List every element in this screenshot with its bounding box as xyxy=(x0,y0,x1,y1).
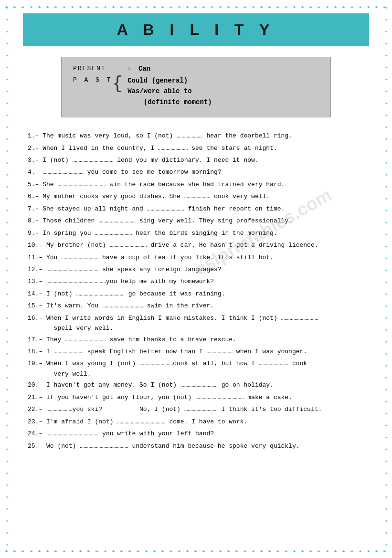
exercise-13: 13.– …………………………………………you help me with my… xyxy=(28,276,364,286)
exercise-19: 19.– When I was young I (not) ………………………c… xyxy=(28,358,364,379)
title-banner: A B I L I T Y xyxy=(23,13,369,46)
exercise-3: 3.– I (not) …………………………… lend you my dict… xyxy=(28,155,364,165)
exercise-20: 20.– I haven't got any money. So I (not)… xyxy=(28,380,364,390)
present-separator: : xyxy=(116,65,135,72)
exercise-15: 15.– It's warm. You …………………………… swim in … xyxy=(28,301,364,311)
border-bottom: ❧ ❧ ❧ ❧ ❧ ❧ ❧ ❧ ❧ ❧ ❧ ❧ ❧ ❧ ❧ ❧ ❧ ❧ ❧ ❧ … xyxy=(5,548,387,554)
exercise-18: 18.– I …………………… speak English better now… xyxy=(28,347,364,357)
border-top: ❧ ❧ ❧ ❧ ❧ ❧ ❧ ❧ ❧ ❧ ❧ ❧ ❧ ❧ ❧ ❧ ❧ ❧ ❧ ❧ … xyxy=(5,4,387,10)
grammar-past-items: Could (general) Was/were able to (defini… xyxy=(127,75,212,107)
exercise-7: 7.– She stayed up all night and ……………………… xyxy=(28,204,364,214)
past-item-2: Was/were able to xyxy=(127,86,212,96)
exercise-22: 22.– …………………you ski? No, I (not) …………………… xyxy=(28,404,364,414)
grammar-present-row: PRESENT : Can xyxy=(73,65,319,73)
present-value: Can xyxy=(138,65,150,73)
exercise-1: 1.– The music was very loud, so I (not) … xyxy=(28,131,364,141)
exercise-16: 16.– When I write words in English I mak… xyxy=(28,313,364,334)
border-right: ❧ ❧ ❧ ❧ ❧ ❧ ❧ ❧ ❧ ❧ ❧ ❧ ❧ ❧ ❧ ❧ ❧ ❧ ❧ ❧ … xyxy=(383,5,388,553)
page-title: A B I L I T Y xyxy=(33,21,359,39)
present-label: PRESENT xyxy=(73,65,116,72)
past-brace: { xyxy=(113,75,123,93)
exercise-21: 21.– If you haven't got any flour, you (… xyxy=(28,392,364,402)
past-item-1: Could (general) xyxy=(127,75,212,86)
exercise-6: 6.– My mother cooks very good dishes. Sh… xyxy=(28,191,364,201)
exercise-2: 2.– When I lived in the country, I ……………… xyxy=(28,143,364,153)
border-left: ❧ ❧ ❧ ❧ ❧ ❧ ❧ ❧ ❧ ❧ ❧ ❧ ❧ ❧ ❧ ❧ ❧ ❧ ❧ ❧ … xyxy=(4,5,9,553)
exercise-4: 4.– …………………………… you come to see me tomor… xyxy=(28,167,364,177)
exercise-10: 10.– My brother (not) ………………………… drive a… xyxy=(28,240,364,250)
grammar-box: PRESENT : Can P A S T { Could (general) … xyxy=(61,57,331,117)
exercise-11: 11.– You ………………………… have a cup of tea if… xyxy=(28,253,364,263)
exercise-14: 14.– I (not) ………………………………… go because it… xyxy=(28,289,364,299)
page-wrapper: ❧ ❧ ❧ ❧ ❧ ❧ ❧ ❧ ❧ ❧ ❧ ❧ ❧ ❧ ❧ ❧ ❧ ❧ ❧ ❧ … xyxy=(0,0,392,558)
exercise-9: 9.– In spring you ………………………… hear the bi… xyxy=(28,228,364,238)
exercise-25: 25.– We (not) ………………………………… understand h… xyxy=(28,441,364,451)
exercise-24: 24.– …………………………………… you write with your … xyxy=(28,429,364,439)
past-label: P A S T xyxy=(73,75,113,84)
exercise-17: 17.– They …………………………… save him thanks to… xyxy=(28,335,364,345)
grammar-past-block: P A S T { Could (general) Was/were able … xyxy=(73,75,319,107)
exercises-section: 1.– The music was very loud, so I (not) … xyxy=(23,131,369,451)
exercise-8: 8.– Those children ………………………… sing very … xyxy=(28,216,364,226)
exercise-5: 5.– She ………………………………… win the race becau… xyxy=(28,179,364,190)
inner-content: A B I L I T Y PRESENT : Can P A S T { Co… xyxy=(23,13,369,451)
exercise-23: 23.– I'm afraid I (not) ………………………………… co… xyxy=(28,417,364,427)
exercise-12: 12.– …………………………………… she speak any foreig… xyxy=(28,264,364,274)
past-item-3: (definite moment) xyxy=(127,97,212,107)
